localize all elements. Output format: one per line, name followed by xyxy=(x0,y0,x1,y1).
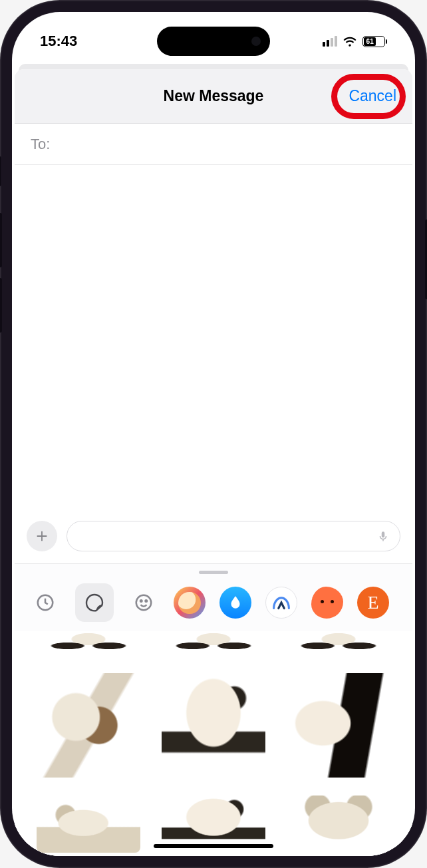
new-message-sheet: New Message Cancel To: xyxy=(15,69,412,856)
status-indicators: 61 xyxy=(323,34,387,49)
dynamic-island xyxy=(157,27,270,56)
character-app-icon[interactable] xyxy=(311,587,343,619)
mute-switch xyxy=(0,156,1,186)
sticker-item[interactable] xyxy=(281,792,396,856)
etsy-app-icon[interactable]: E xyxy=(357,587,389,619)
svg-point-3 xyxy=(146,601,148,603)
cancel-button[interactable]: Cancel xyxy=(349,87,396,105)
sticker-item[interactable] xyxy=(281,667,396,783)
sheet-title: New Message xyxy=(164,87,264,105)
sticker-item[interactable] xyxy=(31,631,146,658)
sticker-item[interactable] xyxy=(31,792,146,856)
app-strip[interactable]: E xyxy=(15,583,412,631)
wifi-icon xyxy=(343,34,357,49)
apps-plus-button[interactable] xyxy=(27,521,57,551)
stickers-app-icon[interactable] xyxy=(75,583,114,622)
emoji-app-icon[interactable] xyxy=(128,587,160,619)
volume-up-button xyxy=(0,213,2,267)
sticker-item[interactable] xyxy=(281,631,396,658)
conversation-area xyxy=(15,165,412,511)
to-field[interactable]: To: xyxy=(15,124,412,165)
iphone-frame: 15:43 61 New Message Can xyxy=(0,0,427,868)
app-drawer: E xyxy=(15,563,412,856)
to-label: To: xyxy=(31,136,50,153)
plus-icon xyxy=(35,529,49,543)
status-time: 15:43 xyxy=(40,33,77,50)
drawer-grabber[interactable] xyxy=(199,571,228,574)
svg-point-1 xyxy=(136,595,152,611)
home-indicator[interactable] xyxy=(154,844,273,848)
volume-down-button xyxy=(0,278,2,333)
recents-app-icon[interactable] xyxy=(29,587,61,619)
hydration-app-icon[interactable] xyxy=(219,587,251,619)
sticker-item[interactable] xyxy=(31,667,146,783)
sticker-item[interactable] xyxy=(156,667,271,783)
cellular-icon xyxy=(323,36,337,47)
sticker-grid[interactable] xyxy=(15,631,412,856)
nordvpn-app-icon[interactable] xyxy=(265,587,297,619)
screen: 15:43 61 New Message Can xyxy=(12,12,415,856)
sticker-item[interactable] xyxy=(156,631,271,658)
svg-point-2 xyxy=(140,601,142,603)
message-input[interactable] xyxy=(67,521,400,551)
memoji-app-icon[interactable] xyxy=(174,587,206,619)
battery-icon: 61 xyxy=(362,36,387,47)
compose-bar xyxy=(15,511,412,563)
sheet-header: New Message Cancel xyxy=(15,69,412,124)
battery-level: 61 xyxy=(364,37,376,46)
dictate-icon[interactable] xyxy=(377,529,389,543)
